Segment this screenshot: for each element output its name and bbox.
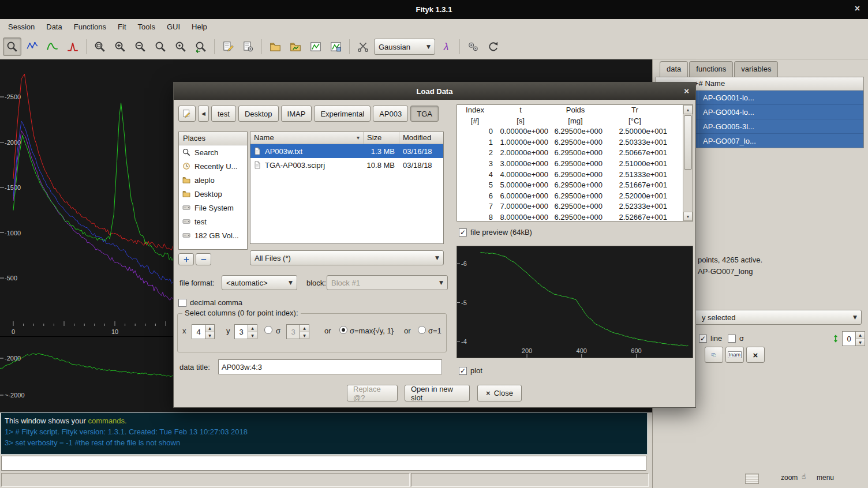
scrollbar-thumb[interactable] <box>684 115 692 170</box>
tab-variables[interactable]: variables <box>734 61 778 77</box>
scrollbar-track[interactable] <box>683 114 693 212</box>
load-data-button[interactable] <box>266 37 285 56</box>
open-project-button[interactable] <box>286 37 305 56</box>
titlebar[interactable]: Fityk 1.3.1 × <box>0 0 868 19</box>
sigma-sqrt-radio[interactable] <box>339 326 347 334</box>
file-filter-select[interactable]: All Files (*) <box>250 250 444 265</box>
toolbar-separator <box>214 39 215 54</box>
add-place-button[interactable] <box>178 253 194 265</box>
function-type-select[interactable]: Gaussian <box>374 39 435 55</box>
spin-up-icon[interactable] <box>205 325 214 332</box>
tab-functions[interactable]: functions <box>689 61 733 77</box>
file-preview-table[interactable]: IndextPoidsTr[#][s][mg][°C]00.00000e+000… <box>457 104 693 222</box>
menu-data[interactable]: Data <box>40 20 68 33</box>
menu-fit[interactable]: Fit <box>112 20 132 33</box>
place-item-aleplo[interactable]: aleplo <box>179 173 247 187</box>
add-function-button[interactable]: λ <box>437 37 455 56</box>
previous-zoom-button[interactable] <box>192 37 210 56</box>
column-size[interactable]: Size <box>364 132 399 144</box>
type-path-button[interactable] <box>178 106 196 122</box>
spin-up-icon[interactable] <box>300 325 309 332</box>
open-in-new-slot-button[interactable]: Open in new slot <box>405 385 470 401</box>
window-title: Fityk 1.3.1 <box>416 5 452 14</box>
path-segment-imap[interactable]: IMAP <box>281 106 312 122</box>
file-name-cell: TGA-AP003.sciprj <box>250 160 364 170</box>
spin-down-icon[interactable] <box>205 332 214 339</box>
place-item-desktop[interactable]: Desktop <box>179 187 247 201</box>
x-column-spinner[interactable]: 4 <box>192 324 215 339</box>
file-row-tga-ap003-sciprj[interactable]: TGA-AP003.sciprj10.8 MB03/18/18 <box>250 158 443 172</box>
dataset-view-button[interactable] <box>705 347 723 363</box>
column-modified[interactable]: Modified <box>399 132 443 144</box>
sigma-column-spinner[interactable]: 3 <box>286 324 309 339</box>
path-segment-desktop[interactable]: Desktop <box>238 106 279 122</box>
zoom-all-button[interactable] <box>91 37 109 56</box>
zoom-in-button[interactable] <box>111 37 129 56</box>
delete-dataset-button[interactable]: × <box>746 347 765 363</box>
data-range-mode-button[interactable] <box>23 37 42 56</box>
column-name[interactable]: Name <box>250 132 364 144</box>
command-input[interactable] <box>1 456 646 471</box>
path-segment-ap003[interactable]: AP003 <box>373 106 408 122</box>
rename-dataset-button[interactable]: Inam <box>725 347 744 363</box>
replace-button[interactable]: Replace @? <box>347 385 398 401</box>
add-peak-mode-button[interactable] <box>63 37 82 56</box>
close-button[interactable]: × Close <box>477 385 522 401</box>
y-column-spinner[interactable]: 3 <box>234 324 257 339</box>
place-item-recently-u[interactable]: Recently U... <box>179 159 247 173</box>
run-fit-button[interactable] <box>464 37 482 56</box>
point-stretch-icon[interactable] <box>830 333 841 344</box>
zoom-selected-button[interactable] <box>171 37 190 56</box>
menu-functions[interactable]: Functions <box>68 20 112 33</box>
place-item-182-gb-vol[interactable]: 182 GB Vol... <box>179 228 247 242</box>
data-transform-button[interactable] <box>354 37 372 56</box>
plot-checkbox[interactable]: plot <box>459 366 482 375</box>
spin-up-icon[interactable] <box>248 325 257 332</box>
place-item-test[interactable]: test <box>179 215 247 228</box>
point-size-spinner[interactable]: 0 <box>842 331 865 346</box>
file-row-ap003w-txt[interactable]: AP003w.txt1.3 MB03/16/18 <box>250 144 443 158</box>
console-output[interactable]: This window shows your commands. 1> # Fi… <box>1 412 648 455</box>
zoom-default-button[interactable] <box>151 37 170 56</box>
path-segment-test[interactable]: test <box>211 106 236 122</box>
grip-button[interactable] <box>745 474 759 484</box>
place-item-file-system[interactable]: File System <box>179 201 247 215</box>
edit-script-button[interactable] <box>219 37 237 56</box>
spin-down-icon[interactable] <box>248 332 257 339</box>
file-preview-checkbox[interactable]: file preview (64kB) <box>459 228 532 237</box>
decimal-comma-checkbox[interactable]: decimal comma <box>178 298 242 307</box>
menu-help[interactable]: Help <box>186 20 213 33</box>
window-close-button[interactable]: × <box>855 3 860 14</box>
save-session-as-button[interactable] <box>327 37 345 56</box>
block-select[interactable]: Block #1 <box>327 275 448 290</box>
spin-down-icon[interactable] <box>856 339 865 346</box>
dialog-titlebar[interactable]: Load Data × <box>174 82 695 100</box>
sigma-checkbox[interactable]: σ <box>728 334 744 343</box>
menu-gui[interactable]: GUI <box>161 20 186 33</box>
save-session-button[interactable] <box>306 37 325 56</box>
scroll-up-icon[interactable] <box>683 105 693 114</box>
execute-script-button[interactable] <box>239 37 257 56</box>
place-item-search[interactable]: Search <box>179 145 247 159</box>
path-back-button[interactable] <box>198 106 209 122</box>
file-format-select[interactable]: <automatic> <box>222 275 297 290</box>
tab-data[interactable]: data <box>660 61 688 77</box>
sigma-column-radio[interactable] <box>264 326 272 334</box>
path-segment-experimental[interactable]: Experimental <box>314 106 371 122</box>
zoom-mode-button[interactable] <box>3 37 21 56</box>
data-title-input[interactable]: AP003w:4:3 <box>218 359 442 374</box>
path-segment-tga[interactable]: TGA <box>410 106 439 122</box>
sigma-one-radio[interactable] <box>418 326 426 334</box>
remove-place-button[interactable] <box>196 253 211 265</box>
line-checkbox[interactable]: line <box>699 334 722 343</box>
undo-fit-button[interactable] <box>484 37 503 56</box>
baseline-mode-button[interactable] <box>43 37 62 56</box>
spin-down-icon[interactable] <box>300 332 309 339</box>
spin-up-icon[interactable] <box>856 332 865 339</box>
dialog-close-button[interactable]: × <box>684 86 689 96</box>
zoom-out-button[interactable] <box>131 37 149 56</box>
menu-tools[interactable]: Tools <box>132 20 161 33</box>
menu-session[interactable]: Session <box>2 20 40 33</box>
scroll-down-icon[interactable] <box>683 212 693 221</box>
preview-table-scrollbar[interactable] <box>683 105 693 221</box>
